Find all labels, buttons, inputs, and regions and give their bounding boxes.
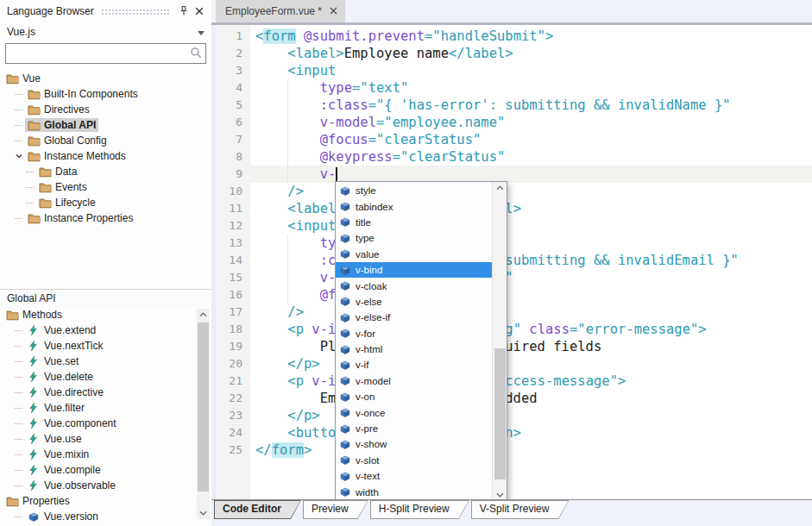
- tree-item[interactable]: Vue.directive: [0, 385, 211, 400]
- autocomplete-item[interactable]: v-for: [336, 326, 492, 341]
- code-editor[interactable]: 1234567891011121314151617181920212223242…: [211, 25, 812, 499]
- tree-item[interactable]: Vue.delete: [0, 369, 211, 385]
- bolt-icon: [28, 371, 41, 383]
- code-line[interactable]: <form @submit.prevent="handleSubmit">: [250, 28, 812, 45]
- box-icon: [339, 233, 351, 244]
- language-browser-panel: Language Browser Vue.js: [0, 0, 211, 526]
- code-line[interactable]: @keypress="clearStatus": [250, 148, 812, 166]
- tree-item[interactable]: Lifecycle: [0, 195, 211, 210]
- tree-item[interactable]: Vue.mixin: [0, 447, 211, 462]
- scroll-up-icon[interactable]: [197, 309, 210, 321]
- tree-item[interactable]: Vue.use: [0, 431, 211, 447]
- autocomplete-item[interactable]: style: [336, 183, 492, 198]
- autocomplete-item[interactable]: tabindex: [336, 198, 492, 214]
- code-line[interactable]: :class="{ 'has-error': submitting && inv…: [250, 97, 812, 114]
- view-tab-h-split-preview[interactable]: H-Split Preview: [370, 500, 469, 519]
- autocomplete-item[interactable]: v-once: [336, 404, 492, 420]
- tree-item[interactable]: Properties: [0, 493, 211, 509]
- code-line[interactable]: v-model="employee.name": [250, 114, 812, 131]
- folder-icon: [28, 119, 41, 131]
- autocomplete-scrollbar[interactable]: [492, 182, 507, 499]
- code-line[interactable]: <input: [250, 62, 812, 79]
- autocomplete-item[interactable]: value: [336, 247, 492, 262]
- tree-item[interactable]: Vue.version: [0, 509, 211, 524]
- chevron-down-icon[interactable]: [15, 152, 25, 160]
- tree-item[interactable]: Vue: [0, 71, 211, 86]
- autocomplete-item[interactable]: v-else: [336, 294, 492, 310]
- code-line[interactable]: type="text": [250, 79, 812, 97]
- tree-item[interactable]: Vue.observable: [0, 478, 211, 493]
- document-tab[interactable]: EmployeeForm.vue *: [216, 0, 345, 22]
- autocomplete-item[interactable]: v-bind: [336, 262, 492, 278]
- tree-item[interactable]: Built-In Components: [0, 86, 211, 102]
- tree-connector: [15, 470, 22, 471]
- code-line[interactable]: @focus="clearStatus": [250, 131, 812, 148]
- line-number: 11: [216, 200, 250, 217]
- tree-item[interactable]: Vue.nextTick: [0, 338, 211, 354]
- tree-item[interactable]: Methods: [0, 307, 211, 322]
- panel-drag-grip[interactable]: [101, 9, 169, 16]
- view-tab-preview[interactable]: Preview: [303, 500, 368, 519]
- tree-item-label: Vue.directive: [44, 386, 104, 398]
- autocomplete-item[interactable]: v-pre: [336, 421, 492, 436]
- tree-scrollbar[interactable]: [197, 309, 210, 519]
- tree-connector: [26, 172, 34, 172]
- tree-item[interactable]: Vue.set: [0, 354, 211, 369]
- scroll-up-icon[interactable]: [493, 182, 507, 194]
- line-number: 24: [216, 424, 250, 441]
- tree-item-label: Vue.filter: [44, 402, 85, 414]
- autocomplete-item[interactable]: v-cloak: [336, 278, 492, 293]
- tree-connector: [15, 485, 22, 486]
- tree-item[interactable]: Global Config: [0, 133, 211, 148]
- view-tab-v-split-preview[interactable]: V-Split Preview: [471, 500, 570, 519]
- autocomplete-item[interactable]: v-show: [336, 436, 492, 452]
- autocomplete-item[interactable]: type: [336, 230, 492, 246]
- tree-item[interactable]: Data: [0, 164, 211, 179]
- folder-icon: [28, 88, 41, 100]
- autocomplete-item[interactable]: v-slot: [336, 453, 492, 468]
- autocomplete-item[interactable]: v-model: [336, 373, 492, 389]
- autocomplete-item[interactable]: width: [336, 484, 492, 499]
- tree-item[interactable]: Events: [0, 179, 211, 195]
- autocomplete-item[interactable]: v-html: [336, 341, 492, 357]
- pushpin-icon[interactable]: [176, 3, 192, 19]
- close-icon[interactable]: [192, 3, 207, 19]
- autocomplete-item[interactable]: v-if: [336, 357, 492, 373]
- line-number: 16: [216, 286, 250, 304]
- scrollbar-thumb[interactable]: [198, 322, 209, 492]
- tree-item-label: Global Config: [44, 135, 107, 147]
- autocomplete-item[interactable]: v-text: [336, 468, 492, 484]
- tree-item[interactable]: Global API: [0, 117, 211, 133]
- line-number-gutter: 1234567891011121314151617181920212223242…: [216, 25, 250, 499]
- tree-connector: [15, 110, 22, 110]
- tree-item[interactable]: Instance Properties: [0, 210, 211, 226]
- box-icon: [28, 510, 41, 523]
- folder-icon: [28, 150, 41, 162]
- line-number: 4: [216, 79, 250, 97]
- scroll-down-icon[interactable]: [493, 489, 507, 499]
- tree-item[interactable]: Vue.filter: [0, 400, 211, 416]
- box-icon: [339, 265, 351, 276]
- tree-item-label: Vue.extend: [44, 324, 96, 336]
- bolt-icon: [28, 386, 41, 398]
- line-number: 22: [216, 390, 250, 407]
- autocomplete-item[interactable]: v-on: [336, 389, 492, 404]
- tree-item[interactable]: Vue.extend: [0, 322, 211, 338]
- tree-item[interactable]: Vue.component: [0, 416, 211, 431]
- line-number: 20: [216, 355, 250, 373]
- close-icon[interactable]: [330, 5, 337, 17]
- box-icon: [339, 454, 351, 466]
- scrollbar-thumb[interactable]: [494, 348, 506, 479]
- scroll-down-icon[interactable]: [197, 507, 210, 519]
- tree-item[interactable]: Directives: [0, 102, 211, 117]
- autocomplete-item[interactable]: v-else-if: [336, 310, 492, 325]
- code-line[interactable]: v-: [250, 166, 812, 183]
- code-line[interactable]: <label>Employee name</label>: [250, 45, 812, 62]
- autocomplete-item[interactable]: title: [336, 215, 492, 230]
- view-tab-code-editor[interactable]: Code Editor: [214, 500, 301, 519]
- line-number: 8: [216, 148, 250, 166]
- tree-item[interactable]: Instance Methods: [0, 148, 211, 164]
- autocomplete-popup: styletabindextitletypevaluev-bindv-cloak…: [335, 181, 507, 499]
- language-dropdown[interactable]: Vue.js: [0, 22, 211, 41]
- tree-item[interactable]: Vue.compile: [0, 462, 211, 478]
